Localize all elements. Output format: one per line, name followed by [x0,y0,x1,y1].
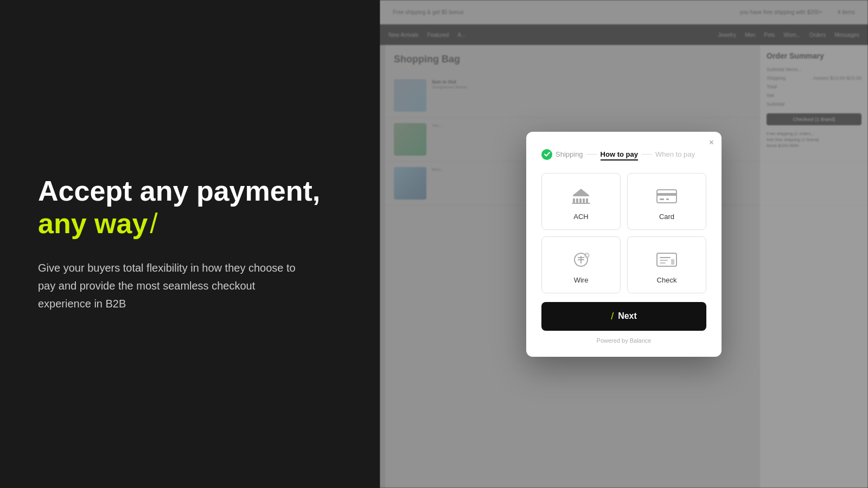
next-button[interactable]: / Next [541,302,706,331]
slash-mark: / [150,208,157,240]
step-shipping: Shipping [541,149,583,160]
step-divider-2 [641,154,652,155]
payment-option-check[interactable]: Check [627,236,706,293]
body-text: Give your buyers total flexibility in ho… [38,259,298,313]
svg-rect-3 [579,198,582,203]
step-how-to-pay: How to pay [601,150,638,158]
next-button-label: Next [618,311,637,321]
left-panel: Accept any payment, any way / Give your … [0,0,380,488]
payment-grid: ACH Card [541,173,706,293]
step-divider-1 [586,154,597,155]
svg-rect-4 [583,198,585,203]
check-icon [657,250,676,269]
headline-highlight: any way / [38,208,158,240]
payment-modal: × Shipping How to pay [526,132,722,357]
svg-rect-8 [657,190,676,203]
wire-label: Wire [574,276,589,284]
svg-rect-6 [572,203,590,204]
svg-marker-7 [573,189,589,195]
card-label: Card [659,213,674,221]
payment-option-wire[interactable]: Wire [541,236,621,293]
payment-option-card[interactable]: Card [627,173,706,230]
payment-option-ach[interactable]: ACH [541,173,621,230]
wire-icon [571,250,591,269]
card-icon [657,187,676,206]
modal-overlay: × Shipping How to pay [380,0,868,488]
right-panel: Free shipping & get $5 bonus you have fr… [380,0,868,488]
ach-label: ACH [573,213,588,221]
svg-rect-9 [657,193,676,196]
stepper: Shipping How to pay When to pay [541,149,706,160]
step-how-to-pay-label: How to pay [601,150,638,158]
next-slash: / [611,311,614,322]
svg-rect-10 [660,198,664,200]
ach-icon [571,187,591,206]
svg-rect-11 [666,198,669,200]
headline-part1: Accept any payment, [38,175,320,207]
step-when-to-pay: When to pay [655,150,695,158]
svg-rect-1 [573,198,575,203]
svg-rect-5 [586,198,588,203]
powered-by: Powered by Balance [541,337,706,344]
step-shipping-check [541,149,552,160]
svg-rect-18 [671,259,674,265]
headline: Accept any payment, any way / [38,175,342,240]
check-label: Check [657,276,677,284]
svg-rect-0 [573,195,589,196]
close-button[interactable]: × [709,138,714,147]
highlight-text: any way [38,208,148,240]
svg-rect-2 [576,198,578,203]
step-shipping-label: Shipping [556,150,583,158]
step-when-to-pay-label: When to pay [655,150,695,158]
